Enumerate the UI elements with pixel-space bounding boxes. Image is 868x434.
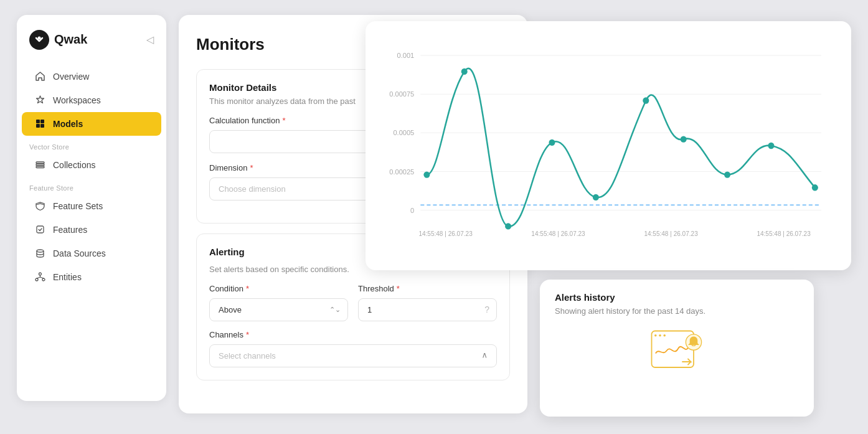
svg-point-32: [724, 171, 730, 177]
sidebar-item-workspaces[interactable]: Workspaces: [22, 88, 161, 112]
svg-point-42: [663, 334, 666, 336]
svg-text:14:55:48 | 26.07.23: 14:55:48 | 26.07.23: [644, 230, 698, 237]
sidebar: Qwak ◁ Overview Workspaces: [17, 15, 166, 401]
sidebar-item-entities[interactable]: Entities: [22, 265, 161, 289]
logo-icon: [29, 30, 49, 50]
entities-icon: [34, 271, 45, 283]
features-icon: [34, 224, 45, 235]
feature-sets-icon: [34, 200, 45, 212]
app-container: Qwak ◁ Overview Workspaces: [17, 15, 851, 420]
condition-select[interactable]: Above Below Equal: [209, 298, 348, 321]
sidebar-item-models[interactable]: Models: [22, 112, 161, 136]
svg-point-12: [35, 278, 38, 281]
svg-rect-3: [40, 120, 44, 123]
threshold-required: *: [397, 284, 400, 293]
sidebar-label-overview: Overview: [53, 72, 89, 82]
svg-point-26: [461, 68, 468, 74]
svg-point-40: [654, 334, 657, 336]
calc-required: *: [282, 116, 285, 125]
sidebar-label-collections: Collections: [53, 160, 95, 170]
sidebar-label-features: Features: [53, 225, 87, 235]
sidebar-label-workspaces: Workspaces: [53, 95, 101, 105]
threshold-wrapper: ?: [358, 298, 497, 321]
svg-point-1: [38, 36, 41, 39]
sidebar-item-data-sources[interactable]: Data Sources: [22, 242, 161, 265]
logo: Qwak: [29, 30, 87, 50]
section-label-vector-store: Vector Store: [17, 136, 166, 153]
condition-col: Condition * Above Below Equal: [209, 284, 348, 321]
channels-field[interactable]: Select channels ∨: [209, 344, 497, 367]
sidebar-label-feature-sets: Feature Sets: [53, 201, 103, 211]
section-label-feature-store: Feature Store: [17, 177, 166, 194]
sidebar-item-overview[interactable]: Overview: [22, 65, 161, 88]
sidebar-item-collections[interactable]: Collections: [22, 153, 161, 177]
alerting-form-row: Condition * Above Below Equal Threshold: [209, 284, 497, 321]
alerting-title: Alerting: [209, 247, 245, 257]
svg-point-33: [768, 142, 774, 148]
svg-point-0: [33, 34, 45, 46]
svg-text:0.001: 0.001: [397, 52, 415, 59]
models-icon: [34, 118, 45, 130]
channels-required: *: [246, 330, 249, 339]
svg-text:14:55:48 | 26.07.23: 14:55:48 | 26.07.23: [757, 230, 811, 237]
workspaces-icon: [34, 95, 45, 106]
svg-point-28: [549, 139, 555, 145]
alerts-history-desc: Showing alert history for the past 14 da…: [555, 306, 799, 316]
dimension-required: *: [250, 163, 253, 172]
svg-text:0.0005: 0.0005: [393, 129, 414, 136]
channels-chevron-icon: ∨: [481, 351, 488, 361]
condition-required: *: [246, 284, 249, 293]
channels-placeholder: Select channels: [219, 351, 276, 361]
logo-text: Qwak: [54, 32, 87, 47]
svg-point-34: [812, 184, 818, 191]
home-icon: [34, 71, 45, 82]
threshold-help-icon: ?: [484, 304, 489, 314]
alerts-history-panel: Alerts history Showing alert history for…: [540, 280, 814, 417]
svg-point-30: [643, 97, 649, 103]
svg-point-27: [505, 223, 511, 229]
data-sources-icon: [34, 248, 45, 259]
svg-point-13: [42, 278, 45, 281]
svg-text:0.00075: 0.00075: [389, 90, 414, 98]
svg-text:0.00025: 0.00025: [389, 167, 414, 175]
svg-rect-5: [40, 124, 44, 128]
svg-point-29: [593, 194, 599, 200]
svg-rect-8: [36, 166, 44, 168]
threshold-col: Threshold * ?: [358, 284, 497, 321]
svg-point-10: [37, 250, 44, 252]
sidebar-item-features[interactable]: Features: [22, 218, 161, 242]
condition-label: Condition *: [209, 284, 348, 293]
svg-rect-4: [36, 124, 40, 128]
svg-point-11: [39, 273, 41, 275]
svg-rect-2: [36, 120, 40, 123]
alerts-history-title: Alerts history: [555, 292, 799, 303]
channels-field-area: Channels * Select channels ∨: [209, 330, 497, 367]
chart-svg: 0.001 0.00075 0.0005 0.00025 0 14:55:48 …: [383, 36, 834, 255]
svg-point-41: [659, 334, 661, 336]
sidebar-item-feature-sets[interactable]: Feature Sets: [22, 194, 161, 218]
chart-panel: 0.001 0.00075 0.0005 0.00025 0 14:55:48 …: [366, 21, 851, 270]
sidebar-label-models: Models: [53, 119, 83, 129]
svg-point-31: [681, 136, 687, 142]
svg-text:0: 0: [410, 206, 414, 214]
sidebar-label-entities: Entities: [53, 272, 82, 282]
svg-point-25: [423, 171, 430, 177]
svg-text:14:55:48 | 26.07.23: 14:55:48 | 26.07.23: [418, 230, 473, 237]
svg-rect-6: [36, 162, 44, 164]
svg-rect-7: [36, 164, 44, 166]
condition-select-wrapper: Above Below Equal: [209, 298, 348, 321]
svg-rect-9: [37, 226, 44, 233]
alert-illustration: [649, 326, 705, 375]
collections-icon: [34, 159, 45, 171]
threshold-input[interactable]: [358, 298, 497, 321]
logo-area: Qwak ◁: [17, 30, 166, 65]
sidebar-label-data-sources: Data Sources: [53, 248, 106, 258]
threshold-label: Threshold *: [358, 284, 497, 293]
svg-text:14:55:48 | 26.07.23: 14:55:48 | 26.07.23: [531, 230, 585, 237]
channels-label: Channels *: [209, 330, 497, 339]
collapse-button[interactable]: ◁: [146, 34, 154, 45]
